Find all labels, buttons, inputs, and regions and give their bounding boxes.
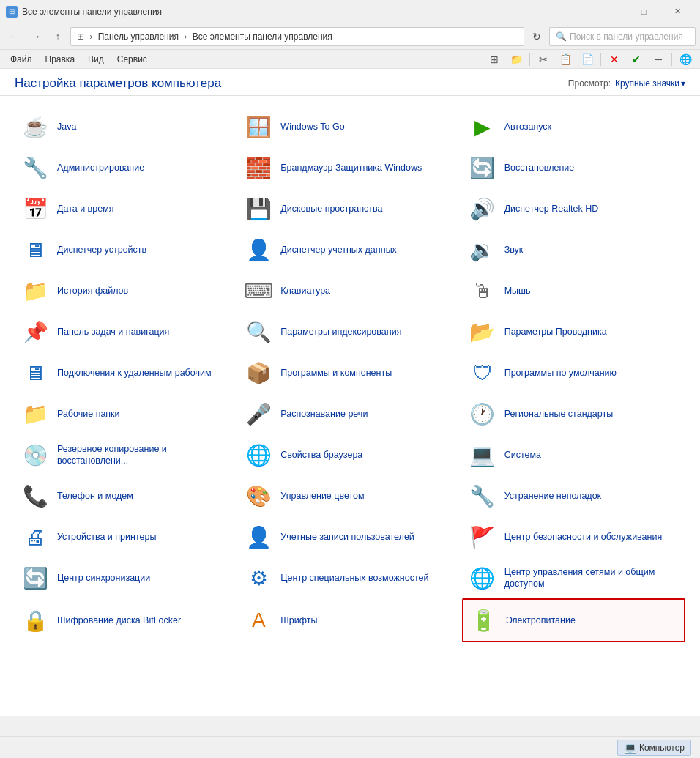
filehistory-label: История файлов: [57, 285, 128, 297]
maximize-button[interactable]: □: [627, 0, 660, 23]
diskspace-icon: 💾: [244, 194, 273, 223]
sound-label: Звук: [504, 244, 524, 256]
grid-item-defaults[interactable]: 🛡Программы по умолчанию: [462, 352, 685, 393]
toolbar-minimize-icon[interactable]: ─: [648, 51, 669, 68]
grid-item-accessibility[interactable]: ⚙Центр специальных возможностей: [238, 557, 461, 598]
view-value-button[interactable]: Крупные значки ▾: [615, 78, 685, 89]
programs-icon: 📦: [244, 358, 273, 387]
grid-item-remotedesktop[interactable]: 🖥Подключения к удаленным рабочим: [15, 352, 238, 393]
toolbar-check-icon[interactable]: ✔: [626, 51, 647, 68]
grid-item-phone[interactable]: 📞Телефон и модем: [15, 475, 238, 516]
java-icon: ☕: [21, 112, 50, 141]
grid-item-credmgr[interactable]: 👤Диспетчер учетных данных: [238, 229, 461, 270]
view-label: Просмотр:: [568, 78, 611, 89]
grid-item-recovery[interactable]: 🔄Восстановление: [462, 147, 685, 188]
grid-item-accounts[interactable]: 👤Учетные записи пользователей: [238, 516, 461, 557]
grid-item-avtозапуск[interactable]: ▶Автозапуск: [462, 106, 685, 147]
grid-item-syncenter[interactable]: 🔄Центр синхронизации: [15, 557, 238, 598]
indexopts-label: Параметры индексирования: [280, 326, 401, 338]
grid-item-fonts[interactable]: AШрифты: [238, 598, 461, 642]
menu-file[interactable]: Файл: [4, 53, 38, 66]
toolbar-folder-icon[interactable]: 📁: [506, 51, 526, 68]
menu-edit[interactable]: Правка: [40, 53, 81, 66]
grid-item-taskbar[interactable]: 📌Панель задач и навигация: [15, 311, 238, 352]
grid-item-firewall[interactable]: 🧱Брандмауэр Защитника Windows: [238, 147, 461, 188]
grid-item-colormanage[interactable]: 🎨Управление цветом: [238, 475, 461, 516]
devmgr-label: Диспетчер устройств: [57, 244, 146, 256]
mouse-icon: 🖱: [468, 276, 497, 305]
speechrecog-label: Распознавание речи: [280, 408, 368, 420]
grid-item-diskspace[interactable]: 💾Дисковые пространства: [238, 188, 461, 229]
colormanage-icon: 🎨: [244, 481, 273, 510]
grid-item-system[interactable]: 💻Система: [462, 434, 685, 475]
page-title: Настройка параметров компьютера: [15, 76, 221, 91]
toolbar-clipboard-icon[interactable]: 📋: [555, 51, 576, 68]
colormanage-label: Управление цветом: [280, 490, 364, 502]
forward-button[interactable]: →: [26, 27, 45, 46]
grid-item-mouse[interactable]: 🖱Мышь: [462, 270, 685, 311]
troubleshoot-icon: 🔧: [468, 481, 497, 510]
grid-item-backup[interactable]: 💿Резервное копирование и восстановлени..…: [15, 434, 238, 475]
toolbar-separator-1: [529, 53, 530, 66]
grid-item-programs[interactable]: 📦Программы и компоненты: [238, 352, 461, 393]
grid-item-realtek[interactable]: 🔊Диспетчер Realtek HD: [462, 188, 685, 229]
grid-item-workfolders[interactable]: 📁Рабочие папки: [15, 393, 238, 434]
toolbar-copy-icon[interactable]: 📄: [577, 51, 597, 68]
ieopts-icon: 🌐: [244, 440, 273, 469]
network-icon: 🌐: [468, 563, 497, 592]
grid-item-regional[interactable]: 🕐Региональные стандарты: [462, 393, 685, 434]
toolbar-windows-icon[interactable]: ⊞: [484, 51, 504, 68]
network-label: Центр управления сетями и общим доступом: [504, 566, 679, 590]
syncenter-label: Центр синхронизации: [57, 572, 150, 584]
toolbar-cut-icon[interactable]: ✂: [533, 51, 554, 68]
grid-item-devices[interactable]: 🖨Устройства и принтеры: [15, 516, 238, 557]
menu-service[interactable]: Сервис: [111, 53, 153, 66]
grid-item-speechrecog[interactable]: 🎤Распознавание речи: [238, 393, 461, 434]
refresh-button[interactable]: ↻: [527, 27, 546, 46]
realtek-icon: 🔊: [468, 194, 497, 223]
toolbar-delete-icon[interactable]: ✕: [604, 51, 625, 68]
mouse-label: Мышь: [504, 285, 531, 297]
title-bar-text: Все элементы панели управления: [22, 7, 593, 17]
grid-item-java[interactable]: ☕Java: [15, 106, 238, 147]
status-label: Компьютер: [639, 743, 685, 753]
diskspace-label: Дисковые пространства: [280, 203, 382, 215]
avtозапуск-label: Автозапуск: [504, 121, 551, 133]
minimize-button[interactable]: ─: [593, 0, 627, 23]
grid-item-troubleshoot[interactable]: 🔧Устранение неполадок: [462, 475, 685, 516]
toolbar-globe-icon[interactable]: 🌐: [675, 51, 696, 68]
back-button[interactable]: ←: [4, 27, 23, 46]
windows-to-go-label: Windows To Go: [280, 121, 344, 133]
system-icon: 💻: [468, 440, 497, 469]
grid-item-admin[interactable]: 🔧Администрирование: [15, 147, 238, 188]
grid-item-indexopts[interactable]: 🔍Параметры индексирования: [238, 311, 461, 352]
admin-icon: 🔧: [21, 153, 50, 182]
grid-item-datetime[interactable]: 📅Дата и время: [15, 188, 238, 229]
programs-label: Программы и компоненты: [280, 367, 392, 379]
grid-item-sound[interactable]: 🔉Звук: [462, 229, 685, 270]
grid-item-power[interactable]: 🔋Электропитание: [462, 598, 685, 642]
grid-item-filehistory[interactable]: 📁История файлов: [15, 270, 238, 311]
grid-item-security[interactable]: 🚩Центр безопасности и обслуживания: [462, 516, 685, 557]
workfolders-icon: 📁: [21, 399, 50, 428]
close-button[interactable]: ✕: [660, 0, 694, 23]
menu-view[interactable]: Вид: [82, 53, 110, 66]
accounts-icon: 👤: [244, 522, 273, 551]
search-field[interactable]: 🔍 Поиск в панели управления: [549, 27, 696, 46]
grid-item-explorerparams[interactable]: 📂Параметры Проводника: [462, 311, 685, 352]
grid-item-bitlocker[interactable]: 🔒Шифрование диска BitLocker: [15, 598, 238, 642]
credmgr-icon: 👤: [244, 235, 273, 264]
address-field[interactable]: ⊞ › Панель управления › Все элементы пан…: [70, 27, 524, 46]
grid-item-windows-to-go[interactable]: 🪟Windows To Go: [238, 106, 461, 147]
backup-label: Резервное копирование и восстановлени...: [57, 443, 232, 467]
grid-item-devmgr[interactable]: 🖥Диспетчер устройств: [15, 229, 238, 270]
backup-icon: 💿: [21, 440, 50, 469]
sound-icon: 🔉: [468, 235, 497, 264]
grid-item-keyboard[interactable]: ⌨Клавиатура: [238, 270, 461, 311]
grid-item-ieopts[interactable]: 🌐Свойства браузера: [238, 434, 461, 475]
remotedesktop-label: Подключения к удаленным рабочим: [57, 367, 212, 379]
grid-item-network[interactable]: 🌐Центр управления сетями и общим доступо…: [462, 557, 685, 598]
up-button[interactable]: ↑: [48, 27, 67, 46]
search-placeholder: Поиск в панели управления: [570, 31, 683, 42]
taskbar-label: Панель задач и навигация: [57, 326, 169, 338]
